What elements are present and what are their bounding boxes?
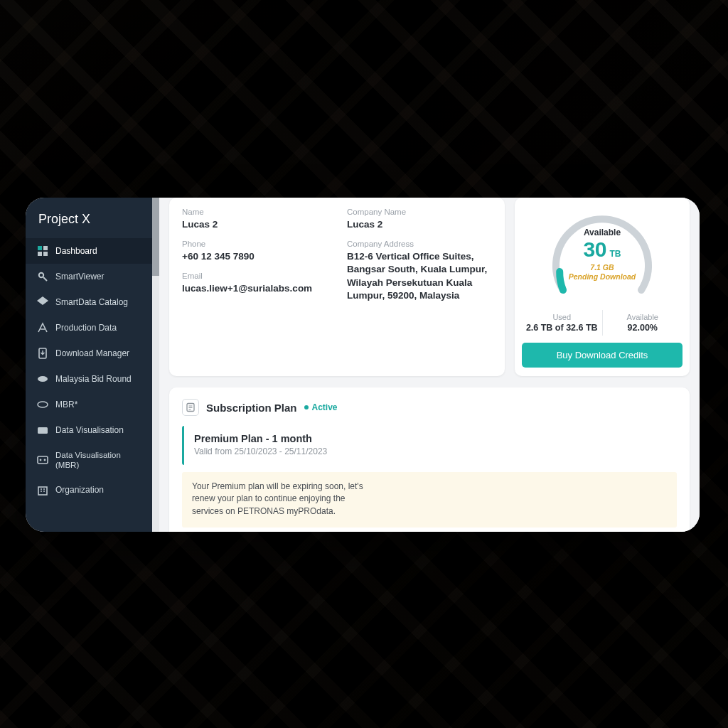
nav-list: Dashboard SmartViewer SmartData Catalog … [26,238,152,503]
used-label: Used [525,313,599,321]
status-dot-icon [304,405,309,410]
sidebar-item-organization[interactable]: Organization [26,478,152,503]
company-value: Lucas 2 [347,218,492,231]
sidebar-item-label: Malaysia Bid Round [55,374,141,385]
sidebar-item-label: Production Data [55,323,141,333]
mbr-icon [37,373,48,385]
sidebar-item-smartdata-catalog[interactable]: SmartData Catalog [26,289,152,315]
address-value: B12-6 Vertical Office Suites, Bangsar So… [347,250,492,302]
sidebar-item-label: MBR* [55,400,141,410]
viz-icon [37,424,48,436]
catalog-icon [37,296,48,308]
status-badge: Active [304,402,338,412]
svg-rect-0 [38,246,42,250]
plan-name: Premium Plan - 1 month [194,433,667,444]
svg-rect-9 [38,456,48,464]
avail-pct-label: Available [606,313,680,321]
sidebar-item-mbr-plus[interactable]: MBR* [26,392,152,417]
sidebar-item-download-manager[interactable]: Download Manager [26,341,152,366]
phone-label: Phone [182,240,327,248]
address-label: Company Address [347,240,492,248]
svg-point-4 [39,273,43,277]
sidebar: Project X Dashboard SmartViewer SmartDat… [26,198,152,532]
org-icon [37,485,48,496]
subscription-title: Subscription Plan [206,402,297,414]
sidebar-item-label: Dashboard [55,246,141,257]
sidebar-item-smartviewer[interactable]: SmartViewer [26,264,152,289]
subscription-card: Subscription Plan Active Premium Plan - … [169,387,690,532]
sidebar-item-dashboard[interactable]: Dashboard [26,238,152,264]
sidebar-item-label: SmartData Catalog [55,297,141,308]
svg-rect-2 [38,252,42,256]
sidebar-item-label: Data Visualisation [55,425,141,436]
svg-rect-1 [43,246,48,250]
sidebar-item-label: SmartViewer [55,272,141,282]
app-window: Project X Dashboard SmartViewer SmartDat… [26,198,700,532]
sidebar-item-label: Download Manager [55,348,141,359]
vizmbr-icon [37,454,48,466]
email-value: lucas.liew+1@surialabs.com [182,282,327,295]
app-title: Project X [26,198,152,238]
name-value: Lucas 2 [182,218,327,231]
download-icon [37,348,48,359]
plan-validity: Valid from 25/10/2023 - 25/11/2023 [194,446,667,456]
subscription-icon [182,399,199,416]
smartviewer-icon [37,271,48,282]
email-label: Email [182,272,327,280]
production-icon [37,322,48,333]
sidebar-item-production-data[interactable]: Production Data [26,315,152,341]
used-value: 2.6 TB of 32.6 TB [525,323,599,333]
avail-pct-value: 92.00% [606,323,680,333]
scrollbar-thumb[interactable] [152,198,159,276]
expiry-warning: Your Premium plan will be expiring soon,… [182,472,677,528]
svg-point-6 [38,376,48,382]
svg-rect-8 [38,427,48,434]
sidebar-item-data-visualisation[interactable]: Data Visualisation [26,417,152,443]
dashboard-icon [37,245,48,257]
sidebar-item-label: Data Visualisation (MBR) [55,450,141,471]
mbrplus-icon [37,399,48,410]
buy-credits-button[interactable]: Buy Download Credits [522,343,682,368]
main-content: Name Lucas 2 Phone +60 12 345 7890 Email… [159,198,700,532]
credits-card: Available 30 TB 7.1 GB Pending Download [515,198,690,376]
svg-point-11 [44,459,46,461]
expiry-warning-text: Your Premium plan will be expiring soon,… [192,481,377,518]
sidebar-item-data-visualisation-mbr[interactable]: Data Visualisation (MBR) [26,443,152,478]
sidebar-item-malaysia-bid-round[interactable]: Malaysia Bid Round [26,366,152,392]
phone-value: +60 12 345 7890 [182,250,327,263]
status-text: Active [312,402,338,412]
sidebar-item-label: Organization [55,485,141,496]
credits-gauge: Available 30 TB 7.1 GB Pending Download [542,205,663,304]
name-label: Name [182,208,327,216]
company-label: Company Name [347,208,492,216]
svg-point-10 [40,459,42,461]
plan-block: Premium Plan - 1 month Valid from 25/10/… [182,426,677,465]
svg-rect-12 [38,487,47,495]
scrollbar[interactable] [152,198,159,532]
svg-rect-3 [43,252,48,256]
credits-stats: Used 2.6 TB of 32.6 TB Available 92.00% [522,310,682,336]
profile-card: Name Lucas 2 Phone +60 12 345 7890 Email… [169,198,505,376]
svg-point-7 [38,402,48,407]
